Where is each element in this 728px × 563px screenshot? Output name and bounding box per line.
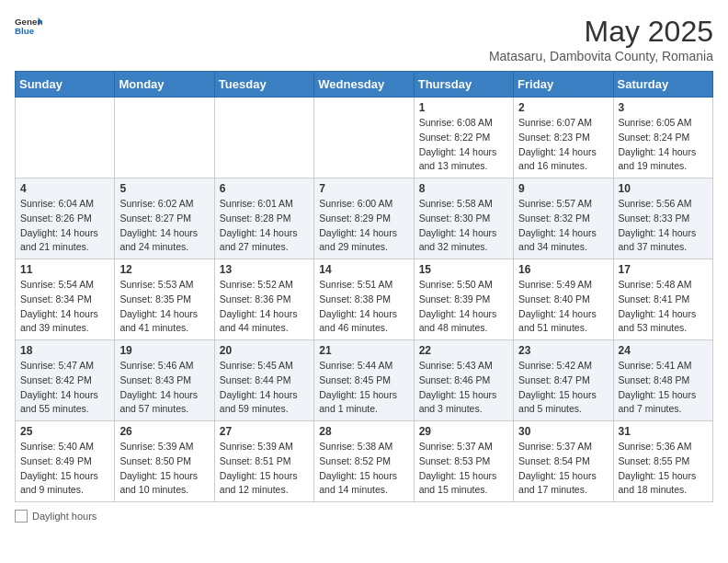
calendar-cell — [314, 98, 414, 178]
day-detail: Sunrise: 5:41 AM Sunset: 8:48 PM Dayligh… — [619, 359, 708, 417]
day-detail: Sunrise: 5:48 AM Sunset: 8:41 PM Dayligh… — [619, 278, 708, 336]
day-detail: Sunrise: 6:05 AM Sunset: 8:24 PM Dayligh… — [619, 116, 708, 174]
calendar-cell: 31Sunrise: 5:36 AM Sunset: 8:55 PM Dayli… — [613, 421, 712, 502]
day-detail: Sunrise: 6:01 AM Sunset: 8:28 PM Dayligh… — [220, 197, 309, 255]
calendar-cell: 3Sunrise: 6:05 AM Sunset: 8:24 PM Daylig… — [613, 98, 712, 178]
weekday-header-tuesday: Tuesday — [214, 72, 313, 98]
day-detail: Sunrise: 5:37 AM Sunset: 8:53 PM Dayligh… — [419, 440, 508, 498]
day-number: 13 — [220, 263, 309, 276]
day-detail: Sunrise: 5:50 AM Sunset: 8:39 PM Dayligh… — [419, 278, 508, 336]
day-number: 22 — [419, 344, 508, 357]
calendar-week-row: 11Sunrise: 5:54 AM Sunset: 8:34 PM Dayli… — [16, 259, 713, 340]
calendar-week-row: 18Sunrise: 5:47 AM Sunset: 8:42 PM Dayli… — [16, 340, 713, 421]
weekday-header-row: SundayMondayTuesdayWednesdayThursdayFrid… — [16, 72, 713, 98]
weekday-header-wednesday: Wednesday — [314, 72, 414, 98]
calendar-cell: 15Sunrise: 5:50 AM Sunset: 8:39 PM Dayli… — [414, 259, 513, 340]
legend-daylight: Daylight hours — [15, 510, 97, 523]
calendar-cell: 1Sunrise: 6:08 AM Sunset: 8:22 PM Daylig… — [414, 98, 513, 178]
day-number: 7 — [319, 182, 408, 195]
calendar-cell: 11Sunrise: 5:54 AM Sunset: 8:34 PM Dayli… — [16, 259, 115, 340]
daylight-label: Daylight hours — [32, 511, 97, 522]
calendar-cell: 12Sunrise: 5:53 AM Sunset: 8:35 PM Dayli… — [115, 259, 214, 340]
calendar-cell: 22Sunrise: 5:43 AM Sunset: 8:46 PM Dayli… — [414, 340, 513, 421]
day-detail: Sunrise: 6:08 AM Sunset: 8:22 PM Dayligh… — [419, 116, 508, 174]
day-detail: Sunrise: 6:02 AM Sunset: 8:27 PM Dayligh… — [119, 197, 209, 255]
day-number: 10 — [619, 182, 708, 195]
day-number: 25 — [20, 425, 109, 438]
day-detail: Sunrise: 5:38 AM Sunset: 8:52 PM Dayligh… — [319, 440, 408, 498]
day-number: 18 — [20, 344, 109, 357]
day-number: 30 — [518, 425, 608, 438]
calendar-cell: 30Sunrise: 5:37 AM Sunset: 8:54 PM Dayli… — [514, 421, 613, 502]
day-detail: Sunrise: 5:36 AM Sunset: 8:55 PM Dayligh… — [619, 440, 708, 498]
calendar-cell: 5Sunrise: 6:02 AM Sunset: 8:27 PM Daylig… — [115, 178, 214, 259]
calendar-cell: 4Sunrise: 6:04 AM Sunset: 8:26 PM Daylig… — [16, 178, 115, 259]
day-number: 9 — [518, 182, 608, 195]
location-subtitle: Matasaru, Dambovita County, Romania — [489, 49, 713, 63]
day-detail: Sunrise: 6:00 AM Sunset: 8:29 PM Dayligh… — [319, 197, 408, 255]
day-detail: Sunrise: 5:37 AM Sunset: 8:54 PM Dayligh… — [518, 440, 608, 498]
day-detail: Sunrise: 5:57 AM Sunset: 8:32 PM Dayligh… — [518, 197, 608, 255]
day-detail: Sunrise: 5:43 AM Sunset: 8:46 PM Dayligh… — [419, 359, 508, 417]
calendar-cell: 10Sunrise: 5:56 AM Sunset: 8:33 PM Dayli… — [613, 178, 712, 259]
calendar-week-row: 1Sunrise: 6:08 AM Sunset: 8:22 PM Daylig… — [16, 98, 713, 178]
day-detail: Sunrise: 5:42 AM Sunset: 8:47 PM Dayligh… — [518, 359, 608, 417]
calendar-cell: 29Sunrise: 5:37 AM Sunset: 8:53 PM Dayli… — [414, 421, 513, 502]
title-block: May 2025 Matasaru, Dambovita County, Rom… — [489, 15, 713, 63]
logo: General Blue — [15, 15, 42, 37]
day-detail: Sunrise: 5:56 AM Sunset: 8:33 PM Dayligh… — [619, 197, 708, 255]
day-number: 21 — [319, 344, 408, 357]
day-detail: Sunrise: 5:58 AM Sunset: 8:30 PM Dayligh… — [419, 197, 508, 255]
day-number: 27 — [220, 425, 309, 438]
day-number: 31 — [619, 425, 708, 438]
calendar-cell: 25Sunrise: 5:40 AM Sunset: 8:49 PM Dayli… — [16, 421, 115, 502]
calendar-cell — [16, 98, 115, 178]
calendar-cell: 7Sunrise: 6:00 AM Sunset: 8:29 PM Daylig… — [314, 178, 414, 259]
day-detail: Sunrise: 6:04 AM Sunset: 8:26 PM Dayligh… — [20, 197, 109, 255]
weekday-header-thursday: Thursday — [414, 72, 513, 98]
calendar-cell: 17Sunrise: 5:48 AM Sunset: 8:41 PM Dayli… — [613, 259, 712, 340]
day-detail: Sunrise: 5:39 AM Sunset: 8:50 PM Dayligh… — [119, 440, 209, 498]
calendar-cell: 24Sunrise: 5:41 AM Sunset: 8:48 PM Dayli… — [613, 340, 712, 421]
day-number: 19 — [119, 344, 209, 357]
calendar-cell: 19Sunrise: 5:46 AM Sunset: 8:43 PM Dayli… — [115, 340, 214, 421]
day-number: 6 — [220, 182, 309, 195]
day-number: 2 — [518, 101, 608, 114]
day-number: 11 — [20, 263, 109, 276]
day-detail: Sunrise: 6:07 AM Sunset: 8:23 PM Dayligh… — [518, 116, 608, 174]
calendar-cell: 8Sunrise: 5:58 AM Sunset: 8:30 PM Daylig… — [414, 178, 513, 259]
weekday-header-saturday: Saturday — [613, 72, 712, 98]
day-detail: Sunrise: 5:54 AM Sunset: 8:34 PM Dayligh… — [20, 278, 109, 336]
day-number: 4 — [20, 182, 109, 195]
weekday-header-friday: Friday — [514, 72, 613, 98]
calendar-cell: 20Sunrise: 5:45 AM Sunset: 8:44 PM Dayli… — [214, 340, 313, 421]
day-detail: Sunrise: 5:52 AM Sunset: 8:36 PM Dayligh… — [220, 278, 309, 336]
calendar-cell: 28Sunrise: 5:38 AM Sunset: 8:52 PM Dayli… — [314, 421, 414, 502]
day-number: 29 — [419, 425, 508, 438]
daylight-swatch — [15, 510, 28, 523]
calendar-cell — [214, 98, 313, 178]
day-number: 23 — [518, 344, 608, 357]
day-number: 15 — [419, 263, 508, 276]
day-number: 24 — [619, 344, 708, 357]
day-detail: Sunrise: 5:40 AM Sunset: 8:49 PM Dayligh… — [20, 440, 109, 498]
weekday-header-monday: Monday — [115, 72, 214, 98]
day-detail: Sunrise: 5:45 AM Sunset: 8:44 PM Dayligh… — [220, 359, 309, 417]
day-number: 14 — [319, 263, 408, 276]
calendar-table: SundayMondayTuesdayWednesdayThursdayFrid… — [15, 71, 713, 502]
page-header: General Blue May 2025 Matasaru, Dambovit… — [15, 15, 713, 63]
calendar-cell: 27Sunrise: 5:39 AM Sunset: 8:51 PM Dayli… — [214, 421, 313, 502]
day-number: 5 — [119, 182, 209, 195]
day-number: 16 — [518, 263, 608, 276]
month-year-title: May 2025 — [489, 15, 713, 49]
day-number: 20 — [220, 344, 309, 357]
calendar-cell: 16Sunrise: 5:49 AM Sunset: 8:40 PM Dayli… — [514, 259, 613, 340]
calendar-week-row: 25Sunrise: 5:40 AM Sunset: 8:49 PM Dayli… — [16, 421, 713, 502]
day-detail: Sunrise: 5:39 AM Sunset: 8:51 PM Dayligh… — [220, 440, 309, 498]
day-detail: Sunrise: 5:49 AM Sunset: 8:40 PM Dayligh… — [518, 278, 608, 336]
logo-icon: General Blue — [15, 15, 42, 37]
calendar-cell: 26Sunrise: 5:39 AM Sunset: 8:50 PM Dayli… — [115, 421, 214, 502]
calendar-cell: 21Sunrise: 5:44 AM Sunset: 8:45 PM Dayli… — [314, 340, 414, 421]
calendar-cell: 18Sunrise: 5:47 AM Sunset: 8:42 PM Dayli… — [16, 340, 115, 421]
calendar-cell: 9Sunrise: 5:57 AM Sunset: 8:32 PM Daylig… — [514, 178, 613, 259]
